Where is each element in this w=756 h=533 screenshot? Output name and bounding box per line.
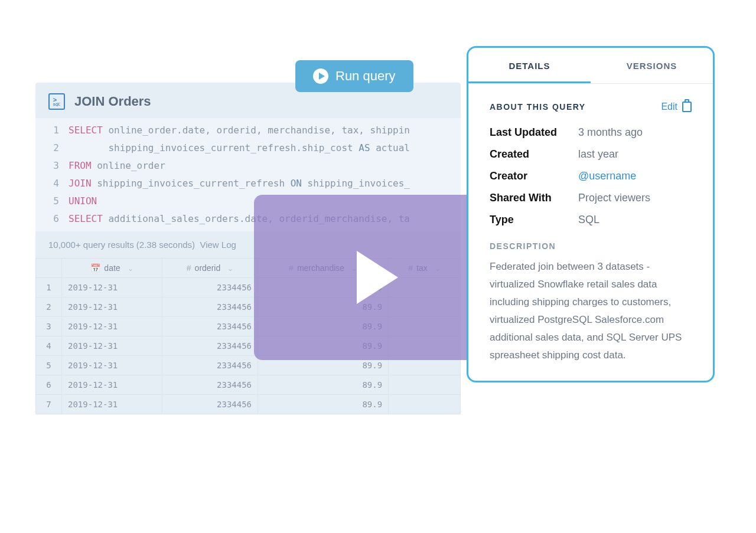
meta-creator[interactable]: @username xyxy=(578,170,636,182)
meta-type-label: Type xyxy=(490,214,578,226)
code-line[interactable]: 1SELECT online_order.date, orderid, merc… xyxy=(35,122,461,139)
meta-shared-label: Shared With xyxy=(490,192,578,204)
about-title: ABOUT THIS QUERY xyxy=(490,102,586,112)
run-query-label: Run query xyxy=(335,68,396,84)
details-panel: DETAILS VERSIONS ABOUT THIS QUERY Edit L… xyxy=(467,46,715,382)
sql-icon: >_SQL xyxy=(48,93,65,110)
meta-creator-label: Creator xyxy=(490,170,578,182)
video-play-overlay[interactable] xyxy=(254,195,490,360)
tab-versions[interactable]: VERSIONS xyxy=(591,48,713,83)
table-row[interactable]: 62019-12-31233445689.9 xyxy=(36,375,461,395)
table-row[interactable]: 72019-12-31233445689.9 xyxy=(36,395,461,414)
play-icon xyxy=(313,68,328,84)
col-orderid[interactable]: #orderid⌄ xyxy=(162,259,258,278)
meta-last-updated: 3 months ago xyxy=(578,126,643,139)
editor-title: JOIN Orders xyxy=(74,94,151,109)
play-triangle-icon xyxy=(357,251,398,304)
edit-button[interactable]: Edit xyxy=(661,102,692,112)
edit-label: Edit xyxy=(661,102,677,112)
code-line[interactable]: 3FROM online_order xyxy=(35,157,461,175)
meta-created: last year xyxy=(578,148,618,161)
view-log-link[interactable]: View Log xyxy=(200,240,236,250)
description-title: DESCRIPTION xyxy=(490,241,692,251)
tab-details[interactable]: DETAILS xyxy=(468,48,591,83)
results-count: 10,000+ query results (2.38 seconds) xyxy=(48,240,195,250)
run-query-button[interactable]: Run query xyxy=(295,60,413,92)
trash-icon[interactable] xyxy=(682,102,692,112)
description-body: Federated join between 3 datasets - virt… xyxy=(490,258,692,364)
code-line[interactable]: 4JOIN shipping_invoices_current_refresh … xyxy=(35,175,461,192)
details-tabs: DETAILS VERSIONS xyxy=(468,48,713,84)
meta-last-updated-label: Last Updated xyxy=(490,126,578,139)
meta-shared: Project viewers xyxy=(578,192,650,204)
meta-created-label: Created xyxy=(490,148,578,161)
meta-type: SQL xyxy=(578,214,599,226)
code-line[interactable]: 2 shipping_invoices_current_refresh.ship… xyxy=(35,139,461,157)
col-date[interactable]: 📅date⌄ xyxy=(62,259,162,278)
